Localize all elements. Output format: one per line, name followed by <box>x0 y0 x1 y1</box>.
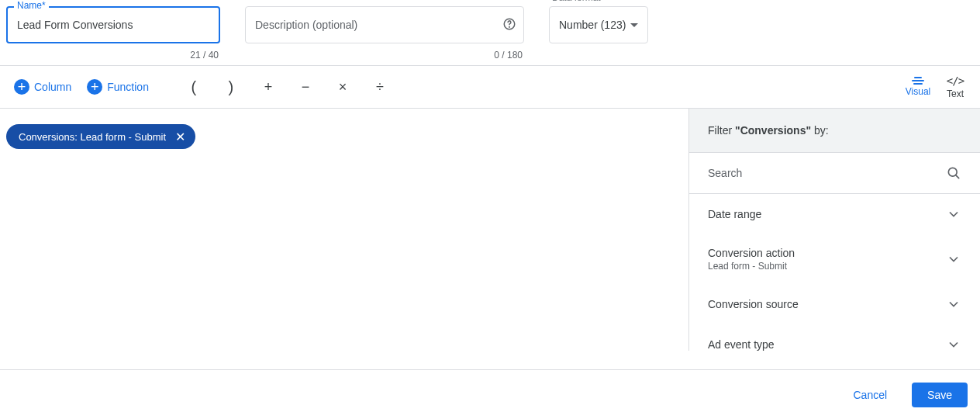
text-mode-label: Text <box>947 88 964 99</box>
minus-operator-button[interactable]: − <box>287 74 324 100</box>
filter-search-row <box>689 153 980 194</box>
add-function-label: Function <box>107 81 149 93</box>
formula-toolbar: + Column + Function ( ) + − × ÷ Visual <… <box>0 65 980 109</box>
filter-sidebar-header: Filter "Conversions" by: <box>689 109 980 153</box>
add-column-button[interactable]: + Column <box>6 74 79 99</box>
save-button[interactable]: Save <box>912 383 968 407</box>
data-format-select[interactable]: Number (123) <box>549 6 648 43</box>
filter-conversion-source[interactable]: Conversion source <box>689 284 980 324</box>
add-column-label: Column <box>34 81 71 93</box>
text-mode-tab[interactable]: </> Text <box>937 74 974 99</box>
visual-mode-tab[interactable]: Visual <box>899 77 937 97</box>
filter-ad-event-type[interactable]: Ad event type <box>689 324 980 365</box>
dialog-footer: Cancel Save <box>0 369 980 419</box>
filter-sidebar: Filter "Conversions" by: Date range Conv… <box>688 109 980 351</box>
cancel-button[interactable]: Cancel <box>840 383 899 407</box>
divide-operator-button[interactable]: ÷ <box>361 74 399 100</box>
filter-sublabel: Lead form - Submit <box>708 261 795 272</box>
filter-label: Date range <box>708 208 761 220</box>
add-function-button[interactable]: + Function <box>79 74 157 99</box>
filter-label: Conversion action <box>708 247 795 259</box>
name-char-counter: 21 / 40 <box>190 50 219 61</box>
search-icon[interactable] <box>946 165 961 181</box>
visual-mode-label: Visual <box>906 86 930 97</box>
code-icon: </> <box>947 74 964 87</box>
chevron-down-icon <box>946 296 961 312</box>
name-field-wrap: Name* 21 / 40 <box>6 6 220 43</box>
svg-line-3 <box>956 175 959 178</box>
multiply-operator-button[interactable]: × <box>324 74 361 100</box>
help-icon[interactable] <box>502 17 516 31</box>
plus-circle-icon: + <box>87 79 102 95</box>
dropdown-caret-icon <box>630 23 638 27</box>
filter-conversion-action[interactable]: Conversion action Lead form - Submit <box>689 234 980 284</box>
visual-mode-icon <box>912 77 924 85</box>
data-format-label: Data format <box>552 0 601 3</box>
paren-close-button[interactable]: ) <box>212 74 250 101</box>
formula-chip[interactable]: Conversions: Lead form - Submit ✕ <box>6 124 195 149</box>
chevron-down-icon <box>946 251 961 267</box>
description-field-wrap: 0 / 180 <box>245 6 524 43</box>
plus-circle-icon: + <box>14 79 29 95</box>
svg-point-1 <box>509 26 510 27</box>
chevron-down-icon <box>946 337 961 352</box>
name-input[interactable] <box>6 6 220 43</box>
chip-remove-icon[interactable]: ✕ <box>172 129 188 144</box>
filter-date-range[interactable]: Date range <box>689 194 980 234</box>
chevron-down-icon <box>946 206 961 222</box>
paren-open-button[interactable]: ( <box>175 74 212 101</box>
formula-canvas[interactable]: Conversions: Lead form - Submit ✕ <box>0 109 688 351</box>
filter-label: Conversion source <box>708 298 799 310</box>
data-format-wrap: Data format Number (123) <box>549 6 648 43</box>
description-char-counter: 0 / 180 <box>494 50 523 61</box>
filter-label: Ad event type <box>708 338 775 351</box>
plus-operator-button[interactable]: + <box>250 74 287 100</box>
data-format-value: Number (123) <box>559 19 626 31</box>
description-input[interactable] <box>245 6 524 43</box>
name-label: Name* <box>14 0 49 11</box>
chip-label: Conversions: Lead form - Submit <box>19 131 166 143</box>
filter-search-input[interactable] <box>708 167 946 179</box>
